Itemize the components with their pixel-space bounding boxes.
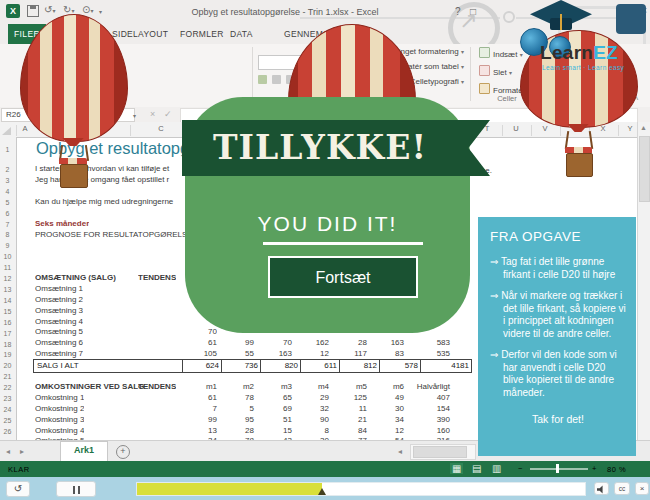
salg-i-alt-label[interactable]: SALG I ALT [33, 359, 186, 373]
customize-quick-access-icon[interactable]: ▾ [99, 8, 102, 15]
cell[interactable]: 84 [329, 426, 367, 435]
omk-row-label[interactable]: Omkostning 3 [35, 415, 84, 424]
page-break-view-icon[interactable]: ▥ [492, 463, 501, 474]
oms-row14[interactable]: Omsætning 2 [35, 295, 83, 304]
undo-icon[interactable]: ↺▾ [44, 4, 55, 15]
hscroll-left-icon[interactable]: ◂ [398, 447, 402, 456]
cell[interactable]: 29 [292, 393, 329, 402]
close-player-button[interactable]: × [635, 482, 649, 495]
omk-row-label[interactable]: Omkostning 4 [35, 426, 84, 435]
cell[interactable]: 160 [404, 426, 450, 435]
cell[interactable]: 99 [217, 338, 254, 347]
cell[interactable]: 55 [217, 349, 254, 358]
cell[interactable]: 125 [329, 393, 367, 402]
total-cell[interactable]: 4181 [420, 359, 472, 373]
omk-row-values[interactable]: 999551902134390 [180, 415, 450, 424]
continue-button[interactable]: Fortsæt [268, 256, 418, 298]
col-m2[interactable]: m2 [217, 382, 254, 391]
sheet-nav-right-icon[interactable]: ▸ [20, 447, 24, 456]
column-header-c[interactable]: C [147, 124, 175, 133]
total-cell[interactable]: 578 [379, 359, 421, 373]
undo-caret[interactable]: ▾ [52, 8, 55, 14]
cell[interactable]: 61 [180, 338, 217, 347]
omk-row-values[interactable]: 13281588412160 [180, 426, 450, 435]
cell[interactable]: 390 [404, 415, 450, 424]
cell-intro2[interactable]: Jeg har i første omgang fået opstillet r [35, 175, 184, 184]
cell[interactable]: 407 [404, 393, 450, 402]
cell[interactable]: 28 [329, 338, 367, 347]
cell[interactable]: 83 [367, 349, 404, 358]
cell[interactable]: 162 [292, 338, 329, 347]
scroll-up-icon[interactable]: ▲ [640, 124, 647, 131]
touch-mode-icon[interactable]: ⊙▾ [82, 4, 93, 15]
cell[interactable]: 34 [367, 415, 404, 424]
cell-prognose[interactable]: PROGNOSE FOR RESULTATOPGØRELSE [35, 230, 193, 239]
touch-caret[interactable]: ▾ [90, 8, 93, 14]
omk-row-values[interactable]: 7569321130154 [180, 404, 450, 413]
vertical-scroll-thumb[interactable] [639, 136, 650, 202]
cell[interactable]: 61 [180, 393, 217, 402]
oms-row15[interactable]: Omsætning 3 [35, 306, 83, 315]
sheet-nav-left-icon[interactable]: ◂ [6, 447, 10, 456]
comma-style-icon[interactable] [272, 75, 281, 84]
col-m3[interactable]: m3 [254, 382, 292, 391]
cell[interactable]: 69 [254, 404, 292, 413]
cell[interactable]: 117 [329, 349, 367, 358]
cell[interactable]: 95 [217, 415, 254, 424]
cell[interactable]: 583 [404, 338, 450, 347]
zoom-in-icon[interactable]: + [592, 464, 597, 473]
select-all-corner[interactable] [2, 127, 11, 135]
cell[interactable]: 15 [254, 426, 292, 435]
cancel-icon[interactable]: × [150, 109, 155, 119]
cell[interactable]: 8 [292, 426, 329, 435]
normal-view-icon[interactable]: ▦ [450, 463, 463, 474]
row-header-1[interactable]: 1 [0, 146, 15, 153]
cell[interactable]: 154 [404, 404, 450, 413]
cell[interactable]: 32 [292, 404, 329, 413]
total-cell[interactable]: 611 [300, 359, 340, 373]
cell[interactable]: 11 [329, 404, 367, 413]
pause-button[interactable] [56, 481, 96, 497]
percent-style-icon[interactable] [258, 75, 267, 84]
volume-button[interactable] [594, 482, 609, 495]
name-box-caret[interactable]: ▾ [133, 112, 136, 119]
cell[interactable]: 535 [404, 349, 450, 358]
omk-row-values[interactable]: 6178652912549407 [180, 393, 450, 402]
cell-intro1[interactable]: I starten så vi, hvordan vi kan tilføje … [35, 164, 184, 173]
oms-row19[interactable]: Omsætning 7 [35, 349, 83, 358]
cell[interactable]: 105 [180, 349, 217, 358]
omk-row-label[interactable]: Omkostning 1 [35, 393, 84, 402]
oms-row13[interactable]: Omsætning 1 [35, 284, 83, 293]
cell[interactable]: 65 [254, 393, 292, 402]
tab-data[interactable]: DATA [230, 29, 253, 39]
oms-header[interactable]: OMSÆTNING (SALG) [35, 273, 116, 282]
cell[interactable]: 7 [180, 404, 217, 413]
oms-row19-values[interactable]: 105551631211783535 [180, 349, 450, 358]
cell-question[interactable]: Kan du hjælpe mig med udregningerne [35, 197, 185, 206]
cell[interactable]: 163 [254, 349, 292, 358]
tab-formler[interactable]: FORMLER [180, 29, 224, 39]
zoom-out-icon[interactable]: − [518, 464, 523, 473]
save-icon[interactable] [27, 5, 39, 17]
zoom-slider[interactable] [530, 468, 588, 470]
omk-row-label[interactable]: Omkostning 2 [35, 404, 84, 413]
cell[interactable]: 78 [217, 393, 254, 402]
salg-i-alt-values[interactable]: 6247368206118125784181 [183, 359, 472, 373]
cell[interactable]: 70 [254, 338, 292, 347]
row-header-numbers[interactable]: 2 3 4 5 6 7 8 9 10 11 12 13 14 15 16 17 … [0, 165, 15, 449]
col-m6[interactable]: m6 [367, 382, 404, 391]
oms-row17-v[interactable]: 70 [180, 327, 217, 336]
replay-button[interactable]: ↺ [6, 481, 30, 497]
cell[interactable]: 28 [217, 426, 254, 435]
cell-period[interactable]: Seks måneder [35, 219, 89, 228]
total-cell[interactable]: 812 [339, 359, 380, 373]
column-header-u[interactable]: U [502, 124, 530, 133]
tab-sidelayout[interactable]: SIDELAYOUT [112, 29, 168, 39]
sheet-tab-ark1[interactable]: Ark1 [60, 441, 108, 463]
col-halv[interactable]: Halvårligt [404, 382, 450, 391]
cell[interactable]: 12 [367, 426, 404, 435]
col-m1[interactable]: m1 [180, 382, 217, 391]
ribbon-options-button[interactable]: □ [470, 6, 476, 17]
cell[interactable]: 90 [292, 415, 329, 424]
col-m4[interactable]: m4 [292, 382, 329, 391]
